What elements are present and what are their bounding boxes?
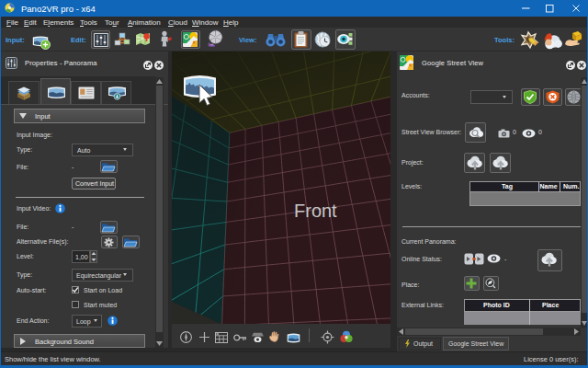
svg-text:Front: Front [294,201,337,221]
